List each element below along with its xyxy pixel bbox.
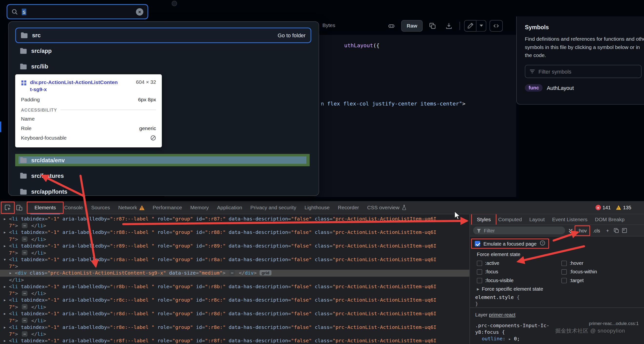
collapsed-content-button[interactable]: ⋯ [22,304,28,310]
dom-li-r88[interactable]: ▸<li tabindex="-1" aria-labelledby=":r88… [0,229,470,236]
edit-pencil-button[interactable] [464,20,476,31]
css-declaration[interactable]: outline: ▸ 0; [482,336,520,342]
expander-icon[interactable]: ▸ [3,243,9,250]
layer-link[interactable]: primer-react [489,312,516,318]
raw-button[interactable]: Raw [402,20,423,31]
state-checkbox-focus-within[interactable]: :focus-within [561,269,597,275]
state-checkbox-target[interactable]: :target [561,278,597,283]
css-selector[interactable]: y8:focus { [475,329,505,335]
filter-symbols-input[interactable] [525,65,642,78]
dom-li-r8c[interactable]: ▸<li tabindex="-1" aria-labelledby=":r8c… [0,297,470,304]
clear-search-button[interactable] [136,8,143,15]
dom-selected-div[interactable]: ▸<div class="prc-ActionList-ActionListCo… [0,270,470,277]
state-checkbox-focus[interactable]: :focus [477,269,561,275]
expander-icon[interactable]: ▸ [3,310,9,317]
filter-symbols-field[interactable] [538,68,637,74]
inspect-element-button[interactable] [2,202,14,213]
collapsed-content-button[interactable]: ⋯ [22,223,28,228]
checkbox[interactable] [477,261,482,266]
collapsed-content-button[interactable]: ⋯ [22,250,28,255]
emulate-focused-page-checkbox[interactable] [475,241,480,246]
css-selector[interactable]: .prc-components-Input-Ic- [475,323,549,329]
copilot-button[interactable] [385,20,398,31]
devtools-tab-application[interactable]: Application [213,201,246,214]
dom-li-r89[interactable]: ▸<li tabindex="-1" aria-labelledby=":r89… [0,243,470,250]
stylesheet-source-link[interactable]: primer-reac...odule.css:1 [589,321,639,326]
file-result-src-app[interactable]: src/app [15,43,311,59]
dom-wrap-line[interactable]: 7"> [0,263,470,270]
dom-tree[interactable]: ▸<li tabindex="-1" aria-labelledby=":r87… [0,214,470,344]
computed-panel-icon[interactable] [622,228,627,233]
expander-icon[interactable]: ▸ [3,229,9,236]
expander-icon[interactable]: ▸ [3,283,9,290]
toggle-element-state-button[interactable]: :hov [576,227,588,234]
copy-styles-icon[interactable] [614,228,619,233]
file-result-src[interactable]: srcGo to folder [15,27,311,43]
dom-li-r8e[interactable]: ▸<li tabindex="-1" aria-labelledby=":r8e… [0,324,470,331]
styles-tab-event-listeners[interactable]: Event Listeners [548,214,591,225]
dom-li-r8f[interactable]: ▸<li tabindex="-1" aria-labelledby=":r8f… [0,338,470,344]
styles-filter-field[interactable] [484,228,562,233]
dom-wrap-line[interactable]: 7"> ⋯ </li> [0,250,470,256]
expander-icon[interactable]: ▸ [3,338,9,344]
dom-li-r8d[interactable]: ▸<li tabindex="-1" aria-labelledby=":r8d… [0,310,470,317]
symbol-authlayout[interactable]: funcAuthLayout [525,84,644,91]
file-finder-input[interactable]: s [6,4,148,19]
dom-li-r8a[interactable]: ▾<li tabindex="-1" aria-labelledby=":r8a… [0,256,470,263]
file-result-src-features[interactable]: src/features [15,168,311,183]
expander-icon[interactable]: ▸ [3,324,9,331]
grid-badge[interactable]: grid [260,270,272,276]
devtools-tab-elements[interactable]: Elements [30,201,60,214]
checkbox[interactable] [561,261,567,266]
copy-icon[interactable] [426,20,439,31]
state-checkbox-active[interactable]: :active [477,260,561,266]
coverage-chevrons-icon[interactable] [568,228,573,233]
code-symbols-toggle-button[interactable] [490,20,502,31]
collapsed-content-button[interactable]: ⋯ [22,318,28,323]
devtools-tab-network[interactable]: Network [114,201,148,214]
error-count-badge[interactable]: 141 [596,205,610,211]
device-toolbar-button[interactable] [14,202,25,213]
download-icon[interactable] [442,20,456,31]
styles-tab-styles[interactable]: Styles [473,214,494,225]
checkbox[interactable] [561,278,567,283]
devtools-tab-css-overview[interactable]: CSS overview [363,201,410,214]
edit-dropdown-button[interactable] [476,20,486,31]
devtools-tab-lighthouse[interactable]: Lighthouse [300,201,334,214]
collapsed-content-button[interactable]: ⋯ [22,236,28,242]
dom-li-r87[interactable]: ▸<li tabindex="-1" aria-labelledby=":r87… [0,216,470,222]
warning-count-badge[interactable]: 135 [616,205,631,211]
collapsed-content-button[interactable]: ⋯ [22,290,28,296]
state-checkbox-focus-visible[interactable]: :focus-visible [477,278,561,283]
emulate-focused-page-row[interactable]: Emulate a focused page ? [475,240,546,247]
expander-icon[interactable]: ▸ [9,270,15,277]
state-checkbox-hover[interactable]: :hover [561,260,597,266]
file-result-src-data-env[interactable]: src/data/env [15,154,310,166]
collapsed-content-button[interactable]: ⋯ [229,270,235,276]
expander-icon[interactable]: ▸ [3,216,9,222]
new-style-rule-button[interactable]: + [604,227,610,234]
styles-tab-computed[interactable]: Computed [494,214,526,225]
styles-filter-input[interactable] [473,227,565,234]
dom-close-li[interactable]: </li> [0,277,470,283]
styles-tab-layout[interactable]: Layout [526,214,548,225]
element-classes-button[interactable]: .cls [591,227,602,234]
dom-li-r8b[interactable]: ▸<li tabindex="-1" aria-labelledby=":r8b… [0,283,470,290]
devtools-tab-performance[interactable]: Performance [148,201,186,214]
dom-wrap-line[interactable]: 7"> ⋯ </li> [0,304,470,310]
collapsed-content-button[interactable]: ⋯ [22,331,28,337]
dom-wrap-line[interactable]: 7"> ⋯ </li> [0,317,470,324]
devtools-tab-memory[interactable]: Memory [186,201,213,214]
force-specific-state-row[interactable]: ▸Force specific element state [477,286,543,292]
help-icon[interactable]: ? [540,240,546,247]
file-result-src-lib[interactable]: src/lib [15,59,311,74]
file-result-src-app-fonts[interactable]: src/app/fonts [15,184,311,200]
devtools-tab-console[interactable]: Console [60,201,87,214]
dom-wrap-line[interactable]: 7"> ⋯ </li> [0,236,470,243]
styles-tab-dom-breakp[interactable]: DOM Breakp [591,214,628,225]
devtools-tab-recorder[interactable]: Recorder [334,201,363,214]
checkbox[interactable] [477,278,482,283]
checkbox[interactable] [561,269,567,274]
devtools-tab-sources[interactable]: Sources [87,201,114,214]
devtools-tab-privacy-and-security[interactable]: Privacy and security [246,201,300,214]
